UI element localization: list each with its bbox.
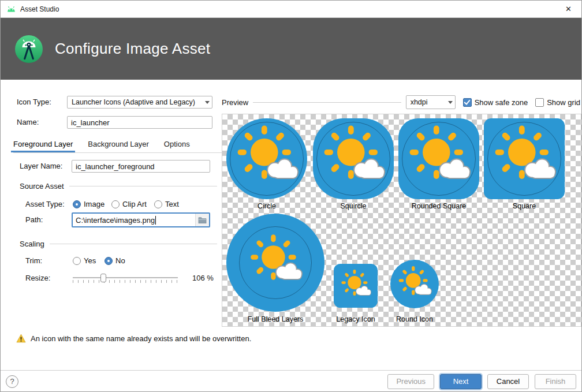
chevron-down-icon — [205, 101, 210, 104]
sun-cloud-icon — [334, 264, 378, 308]
radio-image[interactable]: Image — [73, 200, 105, 208]
close-icon[interactable]: ✕ — [555, 1, 581, 17]
resize-slider[interactable] — [73, 272, 178, 285]
window-title: Asset Studio — [20, 5, 59, 13]
source-asset-label: Source Asset — [20, 182, 64, 191]
preview-icon-square — [484, 118, 565, 199]
next-button[interactable]: Next — [440, 374, 482, 389]
checkbox-unchecked-icon — [535, 98, 544, 107]
tile-label: Round Icon — [396, 315, 433, 323]
preview-icon-squircle — [313, 118, 394, 199]
sun-cloud-icon — [226, 214, 324, 312]
browse-folder-button[interactable] — [195, 214, 209, 226]
layer-name-label: Layer Name: — [20, 160, 62, 173]
preview-icon-round — [390, 260, 439, 308]
page-title: Configure Image Asset — [55, 40, 210, 58]
tile-label: Square — [513, 202, 536, 210]
checkbox-checked-icon — [463, 98, 472, 107]
preview-icon-circle — [226, 118, 307, 199]
tab-background-layer[interactable]: Background Layer — [88, 137, 149, 152]
text-caret — [155, 216, 156, 225]
preview-icon-rounded-square — [398, 118, 479, 199]
tile-label: Rounded Square — [412, 202, 467, 210]
trim-label: Trim: — [25, 255, 42, 267]
sun-cloud-icon — [226, 118, 307, 199]
icon-type-label: Icon Type: — [17, 96, 51, 109]
density-value: xhdpi — [411, 98, 445, 106]
source-asset-section: Source Asset — [20, 182, 217, 191]
scaling-label: Scaling — [20, 240, 44, 248]
tile-label: Squircle — [340, 202, 366, 210]
radio-unselected-icon — [111, 200, 120, 208]
path-value: C:\interface\images.png — [73, 216, 155, 225]
finish-button[interactable]: Finish — [535, 374, 576, 389]
warning-message: An icon with the same name already exist… — [16, 334, 251, 343]
tile-label: Circle — [258, 202, 276, 210]
icon-type-value: Launcher Icons (Adaptive and Legacy) — [72, 98, 202, 106]
name-label: Name: — [17, 116, 39, 129]
preview-icon-full-bleed — [226, 214, 324, 312]
path-input[interactable]: C:\interface\images.png — [72, 212, 210, 227]
icon-type-select[interactable]: Launcher Icons (Adaptive and Legacy) — [67, 96, 212, 109]
layer-name-input[interactable] — [72, 160, 210, 173]
preview-header: Preview xhdpi Show safe zone Show grid — [222, 95, 580, 109]
radio-selected-icon — [105, 257, 113, 265]
preview-icon-legacy — [334, 264, 378, 308]
radio-unselected-icon — [73, 257, 81, 265]
tab-foreground-layer[interactable]: Foreground Layer — [13, 137, 73, 152]
slider-track — [73, 277, 178, 278]
show-grid-checkbox[interactable]: Show grid — [535, 98, 580, 107]
title-bar: Asset Studio ✕ — [1, 1, 581, 18]
tab-options[interactable]: Options — [164, 137, 190, 152]
footer-bar: ? Previous Next Cancel Finish — [1, 370, 581, 392]
previous-button[interactable]: Previous — [387, 374, 434, 389]
warning-text: An icon with the same name already exist… — [31, 334, 251, 343]
sun-cloud-icon — [313, 118, 394, 199]
sun-cloud-icon — [484, 118, 565, 199]
scaling-section: Scaling — [20, 240, 217, 248]
folder-icon — [198, 216, 207, 223]
dialog-header: Configure Image Asset — [1, 18, 581, 80]
name-input[interactable] — [67, 116, 212, 129]
cancel-button[interactable]: Cancel — [487, 374, 529, 389]
android-icon — [6, 6, 16, 12]
radio-trim-no[interactable]: No — [105, 256, 125, 265]
preview-separator — [253, 102, 401, 103]
show-safe-zone-checkbox[interactable]: Show safe zone — [463, 98, 528, 107]
radio-clip-art[interactable]: Clip Art — [111, 200, 147, 208]
preview-panel: Circle Squircle Rounded Square Square Fu… — [222, 114, 582, 327]
sun-cloud-icon — [390, 260, 439, 308]
dialog-content: Icon Type: Launcher Icons (Adaptive and … — [1, 80, 581, 370]
radio-unselected-icon — [154, 200, 162, 208]
asset-type-label: Asset Type: — [25, 198, 65, 211]
resize-value: 106 % — [192, 272, 214, 285]
radio-trim-yes[interactable]: Yes — [73, 256, 96, 265]
preview-label: Preview — [222, 98, 248, 107]
tile-label: Full Bleed Layers — [248, 315, 304, 323]
sun-cloud-icon — [398, 118, 479, 199]
radio-text[interactable]: Text — [154, 200, 179, 208]
chevron-down-icon — [448, 101, 453, 104]
resize-label: Resize: — [25, 272, 50, 285]
android-studio-logo-icon — [14, 35, 43, 64]
density-select[interactable]: xhdpi — [406, 95, 456, 109]
tile-label: Legacy Icon — [336, 315, 375, 323]
slider-thumb[interactable] — [100, 274, 106, 282]
slider-ticks — [73, 280, 178, 283]
asset-studio-window: Asset Studio ✕ Configure Image Asset — [0, 0, 582, 392]
path-label: Path: — [25, 214, 43, 226]
warning-icon — [16, 334, 26, 343]
help-button[interactable]: ? — [6, 375, 18, 388]
radio-selected-icon — [73, 200, 81, 208]
